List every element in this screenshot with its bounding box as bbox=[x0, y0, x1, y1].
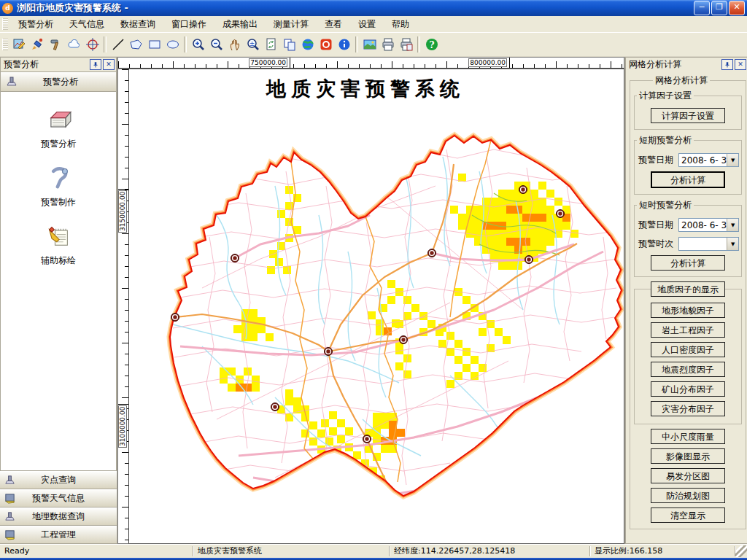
print-icon[interactable] bbox=[379, 36, 397, 53]
ellipse-icon[interactable] bbox=[163, 36, 182, 53]
left-panel: 预警分析 ✕ 预警分析 预警分析预警制作辅助标绘 灾点查询预警天气信息地理数据查… bbox=[0, 57, 117, 544]
nav-item-book[interactable]: 预警分析 bbox=[1, 107, 116, 150]
pin-icon[interactable] bbox=[721, 59, 733, 70]
line-icon[interactable] bbox=[109, 36, 127, 53]
zoom-extent-icon[interactable]: ± bbox=[244, 36, 262, 53]
refresh-icon[interactable] bbox=[262, 36, 280, 53]
short-term-analyze-button[interactable]: 分析计算 bbox=[651, 171, 725, 188]
factor-button[interactable]: 矿山分布因子 bbox=[651, 381, 725, 397]
menubar-items: 预警分析天气信息数据查询窗口操作成果输出测量计算查看设置帮助 bbox=[10, 17, 417, 32]
menu-item[interactable]: 帮助 bbox=[384, 17, 417, 32]
stamp-icon bbox=[4, 510, 16, 523]
toolbar-separator bbox=[417, 36, 420, 52]
right-panel-titlebar: 网格分析计算 ✕ bbox=[625, 57, 747, 71]
menu-item[interactable]: 测量计算 bbox=[266, 17, 317, 32]
short-time-period-label: 预警时次 bbox=[638, 238, 678, 250]
menu-item[interactable]: 天气信息 bbox=[61, 17, 112, 32]
hammer-icon[interactable] bbox=[47, 36, 65, 53]
paint-icon[interactable] bbox=[28, 36, 47, 53]
zoom-out-icon[interactable] bbox=[207, 36, 225, 53]
bottom-bar-label: 工程管理 bbox=[19, 529, 98, 541]
help-icon[interactable]: ? bbox=[422, 36, 441, 53]
tool-icon bbox=[45, 166, 71, 192]
menubar-grip[interactable] bbox=[2, 18, 8, 30]
statusbar: Ready 地质灾害预警系统 经纬度:114.226457,28.125418 … bbox=[0, 544, 747, 558]
cloud-icon[interactable] bbox=[65, 36, 83, 53]
factor-button[interactable]: 岩土工程因子 bbox=[651, 322, 725, 338]
menu-item[interactable]: 窗口操作 bbox=[163, 17, 214, 32]
extra-button[interactable]: 清空显示 bbox=[651, 508, 725, 523]
factor-button[interactable]: 地震烈度因子 bbox=[651, 362, 725, 377]
nav-item-label: 预警分析 bbox=[41, 138, 76, 150]
factor-button[interactable]: 地形地貌因子 bbox=[651, 303, 725, 318]
close-button[interactable]: ✕ bbox=[729, 1, 745, 15]
left-panel-titlebar: 预警分析 ✕ bbox=[0, 57, 117, 71]
nav-item-notepad[interactable]: 辅助标绘 bbox=[1, 224, 116, 267]
map-title: 地质灾害预警系统 bbox=[266, 77, 465, 100]
right-panel-title: 网格分析计算 bbox=[629, 58, 721, 71]
zoom-in-icon[interactable] bbox=[189, 36, 207, 53]
pan-icon[interactable] bbox=[225, 36, 244, 53]
nav-item-tool[interactable]: 预警制作 bbox=[1, 166, 116, 209]
ruler-label: 3150000.00 bbox=[118, 190, 127, 233]
menu-item[interactable]: 数据查询 bbox=[112, 17, 163, 32]
info-icon[interactable] bbox=[335, 36, 353, 53]
window-title: 浏阳市地质灾害预警系统 - bbox=[17, 1, 694, 15]
status-ready: Ready bbox=[0, 546, 193, 556]
extra-button[interactable]: 防治规划图 bbox=[651, 488, 725, 503]
left-panel-header[interactable]: 预警分析 bbox=[0, 71, 117, 92]
chevron-down-icon[interactable]: ▼ bbox=[727, 238, 738, 250]
ruler-tick bbox=[509, 58, 510, 68]
nav-item-label: 预警制作 bbox=[41, 196, 76, 209]
short-time-period-combobox[interactable]: ▼ bbox=[678, 237, 739, 251]
calc-factor-settings-button[interactable]: 计算因子设置 bbox=[651, 108, 725, 123]
app-window: d 浏阳市地质灾害预警系统 - ─ ❐ ✕ 预警分析天气信息数据查询窗口操作成果… bbox=[0, 0, 747, 560]
extra-button[interactable]: 影像图显示 bbox=[651, 448, 725, 464]
bottom-bar-item[interactable]: 工程管理 bbox=[0, 526, 117, 544]
factor-button[interactable]: 灾害分布因子 bbox=[651, 401, 725, 416]
polygon-icon[interactable] bbox=[127, 36, 145, 53]
extra-button[interactable]: 易发分区图 bbox=[651, 468, 725, 483]
toolbar-grip[interactable] bbox=[2, 39, 8, 50]
extra-button[interactable]: 中小尺度雨量 bbox=[651, 429, 725, 444]
app-icon: d bbox=[2, 3, 13, 14]
right-panel: 网格分析计算 ✕ 网格分析计算 计算因子设置 计算因子设置 短期预警分析 预警日… bbox=[624, 57, 747, 544]
bottom-bar-item[interactable]: 预警天气信息 bbox=[0, 489, 117, 508]
factor-buttons: 地形地貌因子岩土工程因子人口密度因子地震烈度因子矿山分布因子灾害分布因子 bbox=[637, 303, 739, 416]
short-term-date-combobox[interactable]: 2008- 6- 3 ▼ bbox=[678, 153, 739, 167]
target-icon[interactable] bbox=[83, 36, 101, 53]
notepad-icon bbox=[45, 224, 71, 250]
copy-icon[interactable] bbox=[280, 36, 298, 53]
globe-icon[interactable] bbox=[298, 36, 317, 53]
minimize-button[interactable]: ─ bbox=[694, 1, 710, 15]
menu-item[interactable]: 查看 bbox=[317, 17, 350, 32]
bottom-bar-item[interactable]: 地理数据查询 bbox=[0, 508, 117, 526]
short-term-group: 短期预警分析 预警日期 2008- 6- 3 ▼ 分析计算 bbox=[634, 134, 742, 195]
toolbar-separator bbox=[355, 36, 358, 52]
restore-button[interactable]: ❐ bbox=[711, 1, 727, 15]
print-preview-icon[interactable] bbox=[397, 36, 415, 53]
menu-item[interactable]: 成果输出 bbox=[214, 17, 266, 32]
short-time-date-combobox[interactable]: 2008- 6- 3 ▼ bbox=[678, 218, 739, 232]
rectangle-icon[interactable] bbox=[145, 36, 163, 53]
menu-item[interactable]: 预警分析 bbox=[10, 17, 61, 32]
factor-button[interactable]: 人口密度因子 bbox=[651, 342, 725, 357]
pin-icon[interactable] bbox=[90, 59, 101, 70]
ruler-label: 800000.00 bbox=[468, 58, 507, 67]
short-time-analyze-button[interactable]: 分析计算 bbox=[651, 255, 725, 271]
bottom-bar-item[interactable]: 灾点查询 bbox=[0, 471, 117, 489]
horizontal-ruler: 750000.00800000.00 bbox=[117, 57, 624, 69]
image-icon[interactable] bbox=[360, 36, 379, 53]
left-nav-list: 预警分析预警制作辅助标绘 bbox=[0, 92, 117, 471]
map-canvas[interactable]: 地质灾害预警系统 bbox=[129, 69, 624, 544]
stop-icon[interactable] bbox=[317, 36, 335, 53]
weather-icon bbox=[4, 492, 16, 505]
chevron-down-icon[interactable]: ▼ bbox=[727, 154, 738, 166]
close-icon[interactable]: ✕ bbox=[735, 59, 746, 70]
edit-map-icon[interactable] bbox=[10, 36, 28, 53]
geo-factor-display-button[interactable]: 地质因子的显示 bbox=[651, 281, 725, 297]
close-icon[interactable]: ✕ bbox=[103, 59, 115, 70]
menu-item[interactable]: 设置 bbox=[350, 17, 384, 32]
chevron-down-icon[interactable]: ▼ bbox=[727, 219, 738, 231]
resize-grip[interactable] bbox=[735, 545, 747, 557]
